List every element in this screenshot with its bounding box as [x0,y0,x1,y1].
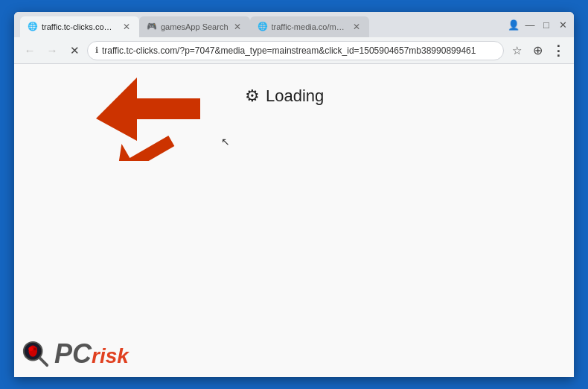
page-content: ⚙ Loading ↖ [14,64,574,377]
tab1-label: traffic.tc-clicks.com/p=... [42,22,118,31]
orange-arrow [96,78,200,155]
risk-text: risk [92,344,129,368]
pcrisk-logo: PC risk [22,338,129,370]
tab-traffic-media[interactable]: 🌐 traffic-media.co/mg14S... ✕ [250,16,369,37]
tab1-close[interactable]: ✕ [121,22,132,32]
tab-gamesapp[interactable]: 🎮 gamesApp Search ✕ [139,16,250,37]
back-button: ← [20,41,39,60]
bookmark-button[interactable]: ☆ [507,41,526,60]
address-text: traffic.tc-clicks.com/?p=7047&media_type… [102,45,496,56]
toolbar-actions: ☆ ⊕ ⋮ [507,41,568,60]
tabs-area: 🌐 traffic.tc-clicks.com/p=... ✕ 🎮 gamesA… [20,12,499,37]
mouse-cursor: ↖ [221,136,230,148]
tab2-close[interactable]: ✕ [232,22,243,32]
browser-window: 🌐 traffic.tc-clicks.com/p=... ✕ 🎮 gamesA… [14,12,574,377]
refresh-button[interactable]: ✕ [65,41,84,60]
tab2-label: gamesApp Search [161,22,229,31]
title-bar: 🌐 traffic.tc-clicks.com/p=... ✕ 🎮 gamesA… [14,12,574,37]
address-bar[interactable]: ℹ traffic.tc-clicks.com/?p=7047&media_ty… [87,41,504,60]
pcrisk-icon [22,340,50,368]
loading-text: Loading [266,86,324,106]
pc-text: PC [54,338,92,370]
close-button[interactable]: ✕ [557,19,568,30]
pcrisk-watermark: PC risk [22,338,129,370]
window-controls: 👤 — □ ✕ [502,19,568,30]
secure-icon: ℹ [95,45,98,55]
svg-point-11 [33,347,36,350]
svg-point-10 [29,347,33,352]
tab3-label: traffic-media.co/mg14S... [272,22,348,31]
tab2-favicon: 🎮 [147,22,157,32]
tab3-favicon: 🌐 [258,22,268,32]
toolbar: ← → ✕ ℹ traffic.tc-clicks.com/?p=7047&me… [14,37,574,64]
profile-button[interactable]: 👤 [508,19,519,30]
tab1-favicon: 🌐 [28,22,38,32]
forward-button: → [42,41,62,60]
extensions-button[interactable]: ⊕ [528,41,547,60]
tab3-close[interactable]: ✕ [351,22,362,32]
loading-area: ⚙ Loading [245,86,324,106]
gear-icon: ⚙ [245,86,260,106]
minimize-button[interactable]: — [525,19,535,30]
pcrisk-text: PC risk [54,338,129,370]
svg-line-8 [40,358,48,366]
svg-marker-2 [96,78,200,141]
tab-traffic-clicks[interactable]: 🌐 traffic.tc-clicks.com/p=... ✕ [20,16,139,37]
maximize-button[interactable]: □ [541,19,552,30]
menu-button[interactable]: ⋮ [549,41,568,60]
